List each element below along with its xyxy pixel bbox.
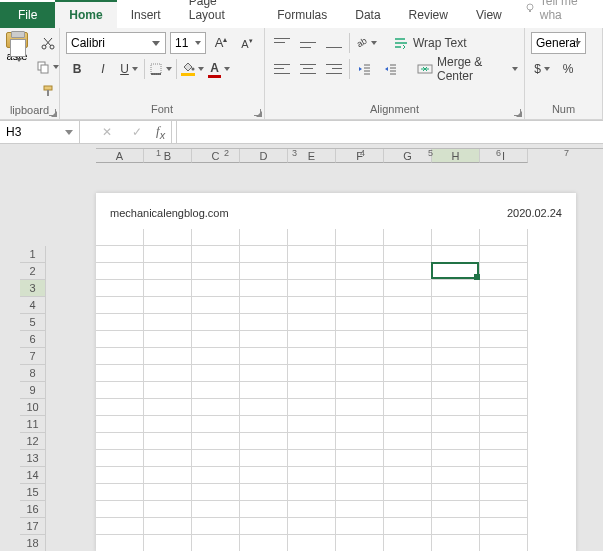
cell-I11[interactable]: [480, 399, 528, 416]
cell-E15[interactable]: [288, 467, 336, 484]
font-size-select[interactable]: 11: [170, 32, 206, 54]
row-header-2[interactable]: 2: [20, 263, 46, 280]
cell-A1[interactable]: [96, 229, 144, 246]
cell-B2[interactable]: [144, 246, 192, 263]
cell-G13[interactable]: [384, 433, 432, 450]
cell-C12[interactable]: [192, 416, 240, 433]
row-header-13[interactable]: 13: [20, 450, 46, 467]
cell-E1[interactable]: [288, 229, 336, 246]
cell-E10[interactable]: [288, 382, 336, 399]
tab-insert[interactable]: Insert: [117, 2, 175, 28]
cell-C4[interactable]: [192, 280, 240, 297]
cell-I17[interactable]: [480, 501, 528, 518]
cell-I2[interactable]: [480, 246, 528, 263]
cell-F12[interactable]: [336, 416, 384, 433]
fx-icon[interactable]: fx: [156, 123, 165, 141]
cell-F17[interactable]: [336, 501, 384, 518]
cell-A15[interactable]: [96, 467, 144, 484]
cell-H19[interactable]: [432, 535, 480, 551]
cell-G4[interactable]: [384, 280, 432, 297]
cell-I9[interactable]: [480, 365, 528, 382]
cell-E4[interactable]: [288, 280, 336, 297]
accounting-format-button[interactable]: $: [531, 58, 553, 80]
row-header-3[interactable]: 3: [20, 280, 46, 297]
row-header-8[interactable]: 8: [20, 365, 46, 382]
cell-A4[interactable]: [96, 280, 144, 297]
cell-F9[interactable]: [336, 365, 384, 382]
cell-D10[interactable]: [240, 382, 288, 399]
column-header-D[interactable]: D: [240, 149, 288, 163]
cell-G16[interactable]: [384, 484, 432, 501]
column-header-C[interactable]: C: [192, 149, 240, 163]
cell-G11[interactable]: [384, 399, 432, 416]
underline-button[interactable]: U: [118, 58, 140, 80]
cell-D15[interactable]: [240, 467, 288, 484]
cell-I4[interactable]: [480, 280, 528, 297]
tell-me-search[interactable]: Tell me wha: [516, 0, 603, 28]
decrease-indent-button[interactable]: [354, 58, 376, 80]
row-header-11[interactable]: 11: [20, 416, 46, 433]
cell-I19[interactable]: [480, 535, 528, 551]
cell-C19[interactable]: [192, 535, 240, 551]
font-launcher[interactable]: [250, 105, 262, 117]
tab-file[interactable]: File: [0, 2, 55, 28]
cell-C6[interactable]: [192, 314, 240, 331]
cell-A19[interactable]: [96, 535, 144, 551]
cell-F4[interactable]: [336, 280, 384, 297]
cell-A10[interactable]: [96, 382, 144, 399]
cell-H14[interactable]: [432, 450, 480, 467]
align-left-button[interactable]: [271, 58, 293, 80]
row-header-18[interactable]: 18: [20, 535, 46, 551]
row-header-12[interactable]: 12: [20, 433, 46, 450]
cell-H17[interactable]: [432, 501, 480, 518]
cell-D17[interactable]: [240, 501, 288, 518]
cell-B12[interactable]: [144, 416, 192, 433]
cell-D16[interactable]: [240, 484, 288, 501]
column-header-G[interactable]: G: [384, 149, 432, 163]
cell-I7[interactable]: [480, 331, 528, 348]
wrap-text-button[interactable]: Wrap Text: [393, 32, 467, 54]
cell-G17[interactable]: [384, 501, 432, 518]
cell-G3[interactable]: [384, 263, 432, 280]
cell-H16[interactable]: [432, 484, 480, 501]
row-header-7[interactable]: 7: [20, 348, 46, 365]
cell-F3[interactable]: [336, 263, 384, 280]
cut-button[interactable]: [36, 32, 59, 54]
cell-I15[interactable]: [480, 467, 528, 484]
cell-G10[interactable]: [384, 382, 432, 399]
cell-C15[interactable]: [192, 467, 240, 484]
cell-A16[interactable]: [96, 484, 144, 501]
increase-font-button[interactable]: A▴: [210, 32, 232, 54]
row-header-1[interactable]: 1: [20, 246, 46, 263]
italic-button[interactable]: I: [92, 58, 114, 80]
tab-data[interactable]: Data: [341, 2, 394, 28]
cell-E19[interactable]: [288, 535, 336, 551]
cell-G15[interactable]: [384, 467, 432, 484]
cell-G8[interactable]: [384, 348, 432, 365]
cell-H10[interactable]: [432, 382, 480, 399]
cell-F10[interactable]: [336, 382, 384, 399]
cell-G9[interactable]: [384, 365, 432, 382]
cell-B3[interactable]: [144, 263, 192, 280]
cell-A14[interactable]: [96, 450, 144, 467]
paste-button[interactable]: aste: [6, 32, 28, 76]
name-box[interactable]: H3: [0, 121, 80, 143]
cell-D5[interactable]: [240, 297, 288, 314]
cell-C1[interactable]: [192, 229, 240, 246]
cell-C9[interactable]: [192, 365, 240, 382]
cell-F11[interactable]: [336, 399, 384, 416]
cell-F16[interactable]: [336, 484, 384, 501]
align-right-button[interactable]: [323, 58, 345, 80]
cell-I10[interactable]: [480, 382, 528, 399]
row-header-5[interactable]: 5: [20, 314, 46, 331]
cell-B9[interactable]: [144, 365, 192, 382]
cell-F19[interactable]: [336, 535, 384, 551]
cell-D13[interactable]: [240, 433, 288, 450]
column-header-H[interactable]: H: [432, 149, 480, 163]
column-header-I[interactable]: I: [480, 149, 528, 163]
cell-H12[interactable]: [432, 416, 480, 433]
row-header-9[interactable]: 9: [20, 382, 46, 399]
tab-home[interactable]: Home: [55, 0, 116, 28]
align-center-button[interactable]: [297, 58, 319, 80]
cell-B17[interactable]: [144, 501, 192, 518]
